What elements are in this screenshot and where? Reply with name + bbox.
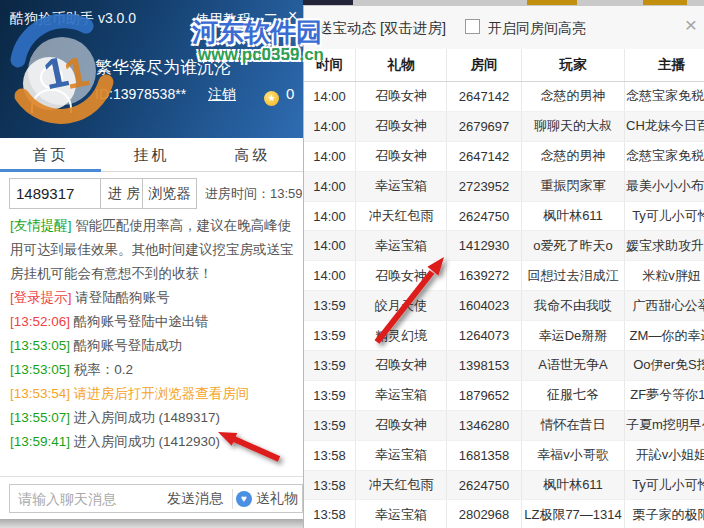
column-header: 房间 xyxy=(447,49,522,82)
table-cell: 14:00 xyxy=(304,82,356,112)
table-cell: ZF夢兮等你19 xyxy=(625,380,704,410)
table-row[interactable]: 13:59精灵幻境1264073幸运De掰掰ZM—你的幸运 xyxy=(304,321,704,351)
table-cell: 精灵幻境 xyxy=(356,321,447,351)
tab-home[interactable]: 首页 xyxy=(0,138,101,171)
browser-button[interactable]: 浏览器 xyxy=(142,178,197,209)
table-cell: 14:00 xyxy=(304,261,356,291)
table-cell: Ty可儿小可怜 xyxy=(625,470,704,500)
tutorial-link[interactable]: 使用教程 xyxy=(195,11,251,29)
table-cell: 念慈宝家免税挖 xyxy=(625,82,704,112)
minimize-icon[interactable]: – xyxy=(265,2,276,25)
table-cell: 13:59 xyxy=(304,351,356,381)
table-cell: 念慈宝家免税挖 xyxy=(625,141,704,171)
chat-message-input[interactable] xyxy=(10,491,161,507)
table-row[interactable]: 14:00召唤女神2679697聊聊天的大叔CH龙妹今日百天 xyxy=(304,111,704,141)
panel-close-icon[interactable]: × xyxy=(685,14,697,35)
log-tag: [13:53:05] xyxy=(10,338,70,353)
send-gift-button[interactable]: ♥ 送礼物 xyxy=(236,490,302,508)
table-cell: 2802968 xyxy=(447,500,522,528)
log-entry: [友情提醒] 智能匹配使用率高，建议在晚高峰使用可达到最佳效果。其他时间建议挖宝… xyxy=(10,214,298,286)
table-row[interactable]: 14:00幸运宝箱2723952重振閃家軍最美小小小布丁 xyxy=(304,171,704,201)
table-cell: 聊聊天的大叔 xyxy=(522,111,625,141)
room-input-group: 进 房 xyxy=(9,178,148,209)
table-row[interactable]: 13:58幸运宝箱2802968LZ极限77—1314栗子家的极限 xyxy=(304,500,704,528)
table-row[interactable]: 14:00幸运宝箱1412930o爱死了昨天o媛宝求助攻升级 xyxy=(304,231,704,261)
table-cell: 2647142 xyxy=(447,141,522,171)
table-cell: 14:00 xyxy=(304,171,356,201)
log-message: 酷狗账号登陆成功 xyxy=(70,338,182,353)
table-cell: 14:00 xyxy=(304,111,356,141)
log-tag: [友情提醒] xyxy=(10,218,72,233)
log-tag: [13:59:41] xyxy=(10,434,70,449)
room-id-input[interactable] xyxy=(10,179,100,208)
log-entry: [13:53:05] 酷狗账号登陆成功 xyxy=(10,334,298,358)
enter-room-button[interactable]: 进 房 xyxy=(100,179,147,208)
table-row[interactable]: 14:00召唤女神2647142念慈的男神念慈宝家免税挖 xyxy=(304,82,704,112)
table-cell: 1346280 xyxy=(447,410,522,440)
table-row[interactable]: 13:59召唤女神1398153A语世无争AOo伊er免S挖 xyxy=(304,351,704,381)
column-header: 礼物 xyxy=(356,49,447,82)
log-entry: [13:59:41] 进入房间成功 (1412930) xyxy=(10,430,298,454)
table-cell: 皎月天使 xyxy=(356,291,447,321)
user-nickname: 繁华落尽为谁沉沦 xyxy=(95,56,231,79)
close-icon[interactable]: × xyxy=(288,7,297,25)
log-message: 进入房间成功 (1489317) xyxy=(70,410,220,425)
log-entry: [13:53:05] 税率：0.2 xyxy=(10,358,298,382)
divider xyxy=(232,489,233,509)
log-message: 酷狗账号登陆中途出错 xyxy=(70,314,209,329)
log-tag: [13:53:54] xyxy=(10,386,70,401)
table-cell: 情怀在昔日 xyxy=(522,410,625,440)
person-icon xyxy=(31,89,72,113)
table-cell: Oo伊er免S挖 xyxy=(625,351,704,381)
table-cell: 召唤女神 xyxy=(356,111,447,141)
tab-bar: 首页 挂机 高级 xyxy=(0,138,303,172)
table-cell: 1264073 xyxy=(447,321,522,351)
log-entry: [13:55:07] 进入房间成功 (1489317) xyxy=(10,406,298,430)
log-message: 请进房后打开浏览器查看房间 xyxy=(70,386,249,401)
table-row[interactable]: 14:00召唤女神1639272回想过去泪成江米粒v胖妞 xyxy=(304,261,704,291)
table-cell: 枫叶林611 xyxy=(522,201,625,231)
highlight-checkbox-label: 开启同房间高亮 xyxy=(488,20,586,38)
table-cell: 13:59 xyxy=(304,291,356,321)
table-cell: 13:59 xyxy=(304,410,356,440)
table-cell: 召唤女神 xyxy=(356,351,447,381)
table-cell: 2624750 xyxy=(447,470,522,500)
table-cell: ZM—你的幸运 xyxy=(625,321,704,351)
table-cell: 召唤女神 xyxy=(356,141,447,171)
table-row[interactable]: 13:59召唤女神1346280情怀在昔日子夏m挖明早公会 xyxy=(304,410,704,440)
table-cell: 幸运宝箱 xyxy=(356,231,447,261)
column-header: 玩家 xyxy=(522,49,625,82)
table-header-row: 时间礼物房间玩家主播 xyxy=(304,49,704,82)
table-cell: 幸运De掰掰 xyxy=(522,321,625,351)
gift-table: 时间礼物房间玩家主播 14:00召唤女神2647142念慈的男神念慈宝家免税挖1… xyxy=(304,49,704,528)
chat-bar: 发送消息 ♥ 送礼物 xyxy=(0,476,303,520)
heart-icon: ♥ xyxy=(236,491,252,507)
log-message: 请登陆酷狗账号 xyxy=(72,290,170,305)
table-cell: 召唤女神 xyxy=(356,410,447,440)
highlight-checkbox[interactable] xyxy=(465,19,480,34)
table-cell: 幸运宝箱 xyxy=(356,440,447,470)
table-cell: 媛宝求助攻升级 xyxy=(625,231,704,261)
tab-hangup[interactable]: 挂机 xyxy=(101,138,202,171)
table-row[interactable]: 14:00冲天红包雨2624750枫叶林611Ty可儿小可怜 xyxy=(304,201,704,231)
log-entry: [13:53:54] 请进房后打开浏览器查看房间 xyxy=(10,382,298,406)
tab-advanced[interactable]: 高级 xyxy=(202,138,303,171)
table-row[interactable]: 13:58冲天红包雨2624750枫叶林611Ty可儿小可怜 xyxy=(304,470,704,500)
send-message-button[interactable]: 发送消息 xyxy=(161,490,229,508)
log-tag: [13:52:06] xyxy=(10,314,70,329)
log-entry: [13:52:06] 酷狗账号登陆中途出错 xyxy=(10,310,298,334)
logout-link[interactable]: 注销 xyxy=(208,86,236,102)
table-row[interactable]: 13:59皎月天使1604023我命不由我哎广西甜心公举 xyxy=(304,291,704,321)
table-cell: 幸运宝箱 xyxy=(356,380,447,410)
table-row[interactable]: 13:59幸运宝箱1879652征服七爷ZF夢兮等你19 xyxy=(304,380,704,410)
table-cell: 14:00 xyxy=(304,141,356,171)
panel-header: 送宝动态 [双击进房] 开启同房间高亮 × xyxy=(304,6,704,49)
table-cell: 米粒v胖妞 xyxy=(625,261,704,291)
table-row[interactable]: 14:00召唤女神2647142念慈的男神念慈宝家免税挖 xyxy=(304,141,704,171)
person-icon xyxy=(40,66,63,89)
gift-table-body: 14:00召唤女神2647142念慈的男神念慈宝家免税挖14:00召唤女神267… xyxy=(304,82,704,528)
table-row[interactable]: 13:58幸运宝箱1681358幸福v小哥歌开訫v小姐姐 xyxy=(304,440,704,470)
table-cell: 重振閃家軍 xyxy=(522,171,625,201)
table-cell: 13:58 xyxy=(304,470,356,500)
window-bottom-edge xyxy=(0,519,303,528)
